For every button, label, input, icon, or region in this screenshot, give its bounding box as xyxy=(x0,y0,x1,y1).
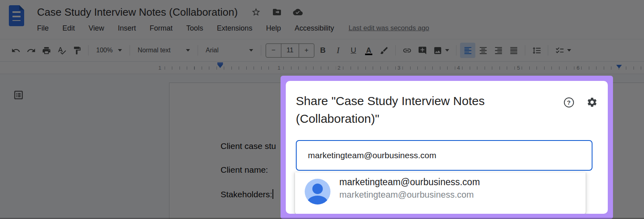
suggestion-email: marketingteam@ourbusiness.com xyxy=(339,190,474,200)
share-settings-button[interactable] xyxy=(586,96,598,108)
person-avatar-icon xyxy=(305,179,330,205)
share-dialog-highlight-frame: Share "Case Study Interview Notes (Colla… xyxy=(281,76,613,219)
help-button[interactable]: ? xyxy=(563,96,575,108)
suggestion-name: marketingteam@ourbusiness.com xyxy=(339,177,480,188)
google-docs-app: Case Study Interview Notes (Collaboratio… xyxy=(0,0,644,219)
share-people-input[interactable] xyxy=(296,140,592,171)
suggestion-item[interactable]: marketingteam@ourbusiness.com marketingt… xyxy=(295,172,586,214)
help-icon: ? xyxy=(564,97,574,107)
avatar-body xyxy=(308,196,328,205)
share-dialog-title: Share "Case Study Interview Notes (Colla… xyxy=(296,92,525,128)
share-dialog: Share "Case Study Interview Notes (Colla… xyxy=(286,81,608,214)
gear-icon xyxy=(586,97,598,108)
share-dialog-header-icons: ? xyxy=(563,96,598,108)
suggestion-dropdown: marketingteam@ourbusiness.com marketingt… xyxy=(295,172,586,214)
avatar-head xyxy=(312,184,323,194)
